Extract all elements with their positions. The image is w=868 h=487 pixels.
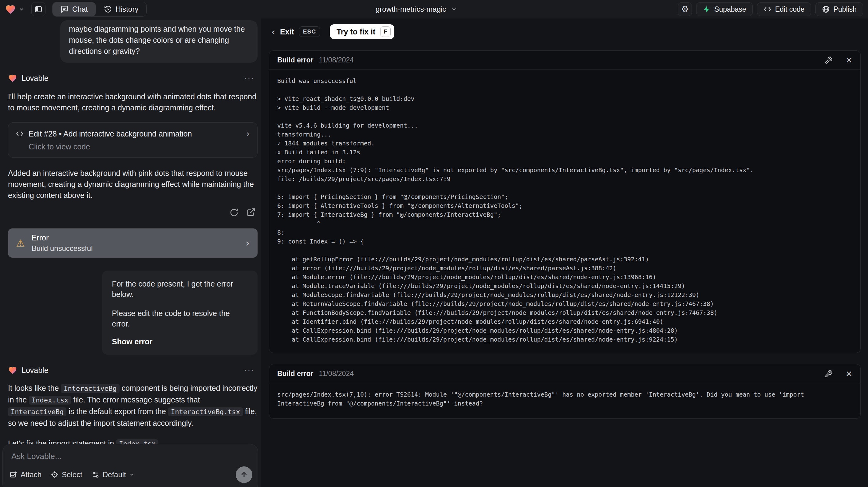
assistant-name: Lovable (22, 366, 49, 375)
lovable-avatar (8, 366, 17, 375)
project-switcher[interactable]: growth-metrics-magic (376, 0, 457, 19)
user-message: maybe diagramming points and when you mo… (60, 20, 257, 63)
build-error-card[interactable]: ⚠ Error Build unsuccessful › (8, 229, 257, 257)
lovable-avatar (8, 73, 17, 83)
image-plus-icon (9, 471, 18, 479)
warning-icon: ⚠ (16, 238, 25, 248)
assistant-header: Lovable ··· (8, 73, 257, 83)
supabase-button[interactable]: Supabase (696, 2, 753, 16)
send-button[interactable] (236, 466, 252, 483)
assistant-message: I'll help create an interactive backgrou… (8, 91, 257, 113)
resolve-line-1: For the code present, I get the error be… (112, 278, 248, 300)
project-name: growth-metrics-magic (376, 5, 446, 13)
build-error-date: 11/08/2024 (319, 56, 354, 64)
message-actions (8, 208, 257, 217)
assistant-header: Lovable ··· (8, 365, 257, 375)
build-error-date: 11/08/2024 (319, 370, 354, 378)
edit-28-card[interactable]: Edit #28 • Add interactive background an… (8, 122, 257, 158)
globe-icon (822, 5, 830, 13)
open-external-icon[interactable] (247, 208, 256, 217)
build-error-log-card: Build error 11/08/2024 ✕ src/pages/Index… (269, 364, 861, 419)
mode-label: Default (103, 470, 126, 479)
fix-label: Try to fix it (337, 27, 375, 36)
sliders-icon (92, 471, 100, 479)
wrench-icon[interactable] (825, 56, 833, 64)
assistant-message: Added an interactive background with pin… (8, 168, 257, 201)
arrow-up-icon (240, 471, 248, 479)
tab-history-label: History (116, 5, 138, 13)
exit-label: Exit (280, 27, 294, 36)
close-icon[interactable]: ✕ (845, 370, 852, 378)
attach-label: Attach (21, 470, 41, 479)
sidebar-toggle-button[interactable] (31, 2, 45, 16)
supabase-label: Supabase (714, 5, 746, 13)
edit-code-label: Edit code (775, 5, 805, 13)
resolve-request-card: For the code present, I get the error be… (102, 271, 257, 355)
build-error-log: src/pages/Index.tsx(7,10): error TS2614:… (269, 384, 860, 419)
select-button[interactable]: Select (51, 470, 82, 479)
attach-button[interactable]: Attach (9, 470, 41, 479)
lovable-logo-menu[interactable] (5, 4, 25, 15)
build-error-header: Build error 11/08/2024 ✕ (269, 51, 860, 70)
publish-button[interactable]: Publish (815, 2, 863, 16)
build-error-log: Build was unsuccessful > vite_react_shad… (269, 70, 860, 353)
mode-dropdown[interactable]: Default (92, 470, 135, 479)
try-to-fix-button[interactable]: Try to fix it F (330, 24, 394, 39)
assistant-name: Lovable (22, 74, 49, 83)
assistant-message: It looks like the InteractiveBg componen… (8, 383, 257, 429)
close-icon[interactable]: ✕ (845, 56, 852, 64)
code-icon (16, 130, 24, 138)
chevron-left-icon: ‹ (271, 26, 275, 37)
chat-history-tabs: Chat History (52, 2, 147, 17)
more-options-icon[interactable]: ··· (244, 73, 254, 83)
edit-code-button[interactable]: Edit code (757, 2, 811, 16)
composer: Ask Lovable... Attach Select (2, 444, 258, 487)
chevron-down-icon (451, 6, 457, 12)
build-error-title: Build error (277, 56, 313, 64)
f-key-badge: F (380, 26, 391, 37)
edit-card-title: Edit #28 • Add interactive background an… (29, 129, 192, 139)
top-bar: Chat History growth-metrics-magic ⚙ Supa… (0, 0, 868, 19)
show-error-button[interactable]: Show error (112, 336, 248, 347)
panel-header: ‹ Exit ESC Try to fix it F (271, 24, 861, 39)
resolve-line-2: Please edit the code to resolve the erro… (112, 308, 248, 329)
wrench-icon[interactable] (825, 370, 833, 378)
supabase-bolt-icon (703, 5, 711, 13)
tab-history[interactable]: History (96, 2, 147, 16)
error-detail-panel: ‹ Exit ESC Try to fix it F Build error 1… (261, 19, 868, 487)
chevron-right-icon: › (246, 129, 250, 139)
build-error-title: Build error (277, 370, 313, 378)
ask-lovable-input[interactable]: Ask Lovable... (11, 452, 249, 461)
history-icon (104, 5, 112, 13)
gear-icon: ⚙ (681, 5, 689, 13)
settings-button[interactable]: ⚙ (678, 2, 692, 16)
more-options-icon[interactable]: ··· (244, 365, 254, 375)
esc-key-badge: ESC (299, 26, 320, 37)
build-error-log-card: Build error 11/08/2024 ✕ Build was unsuc… (269, 51, 861, 353)
publish-label: Publish (834, 5, 857, 13)
error-subtitle: Build unsuccessful (32, 244, 93, 253)
topbar-actions: ⚙ Supabase Edit code Publish (678, 2, 863, 16)
code-icon (764, 5, 772, 13)
chat-bubble-icon (61, 5, 68, 13)
chevron-down-icon (19, 6, 25, 12)
chevron-right-icon: › (246, 238, 250, 248)
tab-chat[interactable]: Chat (53, 2, 96, 16)
lovable-heart-icon (5, 4, 16, 15)
chevron-down-icon (129, 472, 135, 478)
locate-icon (51, 471, 59, 479)
select-label: Select (62, 470, 82, 479)
tab-chat-label: Chat (72, 5, 88, 13)
panel-left-icon (34, 5, 42, 13)
error-title: Error (32, 233, 93, 242)
chat-panel: maybe diagramming points and when you mo… (0, 19, 261, 487)
build-error-header: Build error 11/08/2024 ✕ (269, 364, 860, 384)
restore-icon[interactable] (229, 208, 239, 217)
edit-card-subtitle: Click to view code (29, 142, 250, 151)
exit-button[interactable]: ‹ Exit ESC (271, 26, 320, 37)
